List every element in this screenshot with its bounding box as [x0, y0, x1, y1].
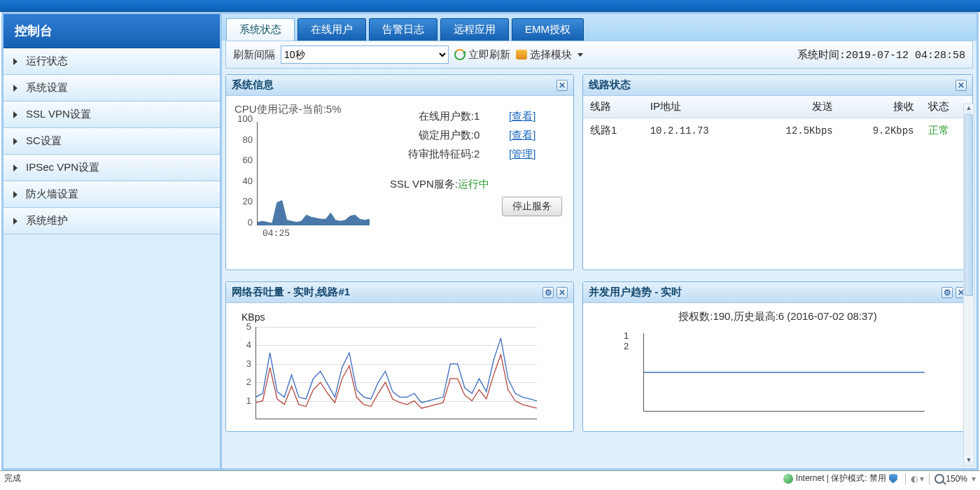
- user-trend-headline: 授权数:190,历史最高:6 (2016-07-02 08:37): [583, 303, 972, 323]
- cpu-chart: 04:25 020406080100: [234, 118, 374, 237]
- tab-bar: 系统状态 在线用户 告警日志 远程应用 EMM授权: [222, 14, 976, 41]
- chevron-right-icon: [13, 58, 18, 65]
- tab-system-status[interactable]: 系统状态: [226, 18, 295, 41]
- chart-y-label: KBps: [241, 312, 564, 323]
- scrollbar[interactable]: ▲ ▼: [963, 104, 974, 466]
- sidebar-item-sc[interactable]: SC设置: [4, 128, 220, 155]
- svg-marker-0: [258, 200, 370, 225]
- system-time: 系统时间:2019-07-12 04:28:58: [797, 48, 965, 62]
- line-status-table: 线路 IP地址 发送 接收 状态 线路1 10.2.11.73 12.5Kbps…: [583, 96, 972, 143]
- status-bar: 完成 Internet | 保护模式: 禁用 ◐ ▾ 150% ▾: [0, 470, 980, 486]
- chevron-down-icon: [578, 53, 583, 57]
- chevron-right-icon: [13, 85, 18, 92]
- chevron-right-icon: [13, 191, 18, 198]
- refresh-icon: [454, 49, 465, 60]
- select-module-button[interactable]: 选择模块: [516, 48, 583, 62]
- sidebar-item-firewall[interactable]: 防火墙设置: [4, 181, 220, 208]
- ssl-vpn-service-status: SSL VPN服务:运行中: [390, 178, 565, 191]
- chevron-right-icon: [13, 164, 18, 172]
- status-done: 完成: [4, 472, 21, 484]
- stop-service-button[interactable]: 停止服务: [502, 197, 562, 216]
- close-icon[interactable]: ✕: [556, 287, 568, 298]
- manage-pending-link[interactable]: [管理]: [509, 148, 536, 161]
- main: 系统状态 在线用户 告警日志 远程应用 EMM授权 刷新间隔 10秒 立即刷新 …: [222, 14, 976, 468]
- globe-icon: [783, 474, 793, 484]
- chevron-right-icon: [13, 138, 18, 145]
- panel-title: 并发用户趋势 - 实时: [589, 286, 682, 299]
- user-trend-chart: 12: [624, 330, 932, 421]
- refresh-interval-select[interactable]: 10秒: [281, 46, 449, 64]
- gear-icon[interactable]: ⚙: [941, 287, 953, 298]
- panel-system-info: 系统信息 ✕ CPU使用记录-当前:5% 04:25 020406080100: [225, 74, 574, 270]
- panel-user-trend: 并发用户趋势 - 实时 ⚙ ✕ 授权数:190,历史最高:6 (2016-07-…: [582, 281, 973, 432]
- network-chart: 12345: [236, 324, 544, 429]
- tab-alarm-log[interactable]: 告警日志: [369, 18, 438, 41]
- sidebar-item-ssl-vpn[interactable]: SSL VPN设置: [4, 102, 220, 128]
- sidebar-title: 控制台: [4, 14, 220, 48]
- sidebar-item-system-settings[interactable]: 系统设置: [4, 75, 220, 102]
- view-online-users-link[interactable]: [查看]: [509, 110, 536, 123]
- view-locked-users-link[interactable]: [查看]: [509, 129, 536, 142]
- panel-network-throughput: 网络吞吐量 - 实时,线路#1 ⚙ ✕ KBps 12345: [225, 281, 574, 432]
- panel-title: 网络吞吐量 - 实时,线路#1: [232, 286, 350, 299]
- scrollbar-thumb[interactable]: [965, 114, 973, 296]
- status-internet: Internet | 保护模式: 禁用: [796, 472, 886, 484]
- tab-remote-app[interactable]: 远程应用: [440, 18, 509, 41]
- toolbar: 刷新间隔 10秒 立即刷新 选择模块 系统时间:2019-07-12 04:28…: [225, 41, 973, 69]
- table-row: 线路1 10.2.11.73 12.5Kbps 9.2Kbps 正常: [583, 118, 972, 144]
- zoom-icon: [934, 474, 944, 484]
- panel-line-status: 线路状态 ✕ 线路 IP地址 发送 接收 状态 线路1: [582, 74, 973, 270]
- status-zoom: 150%: [946, 474, 967, 484]
- refresh-now-button[interactable]: 立即刷新: [454, 48, 510, 62]
- sidebar-item-runtime[interactable]: 运行状态: [4, 48, 220, 75]
- panel-title: 线路状态: [589, 78, 631, 92]
- close-icon[interactable]: ✕: [955, 80, 967, 91]
- sidebar: 控制台 运行状态 系统设置 SSL VPN设置 SC设置 IPSec VPN设置…: [4, 14, 222, 468]
- gear-icon[interactable]: ⚙: [542, 287, 554, 298]
- module-icon: [516, 50, 527, 59]
- tab-emm[interactable]: EMM授权: [512, 18, 584, 41]
- chevron-right-icon: [13, 218, 18, 225]
- sidebar-item-ipsec-vpn[interactable]: IPSec VPN设置: [4, 155, 220, 181]
- tab-online-users[interactable]: 在线用户: [298, 18, 366, 41]
- cpu-chart-title: CPU使用记录-当前:5%: [234, 103, 382, 116]
- close-icon[interactable]: ✕: [556, 80, 568, 91]
- sidebar-item-maintenance[interactable]: 系统维护: [4, 208, 220, 234]
- panel-title: 系统信息: [232, 78, 274, 92]
- refresh-interval-label: 刷新间隔: [233, 48, 275, 62]
- shield-icon: [889, 474, 897, 484]
- chevron-right-icon: [13, 111, 18, 118]
